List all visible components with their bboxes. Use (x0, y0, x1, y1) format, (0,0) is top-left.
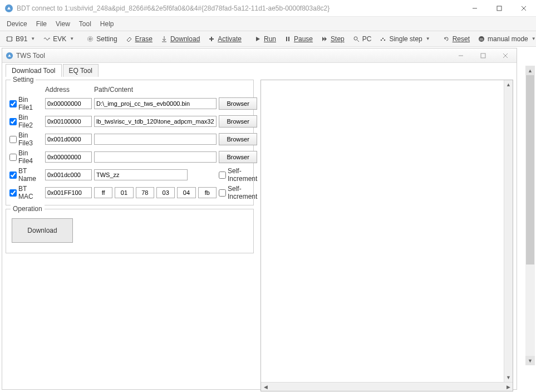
main-title: BDT connect to 1:usb#vid_248a&pid_8266#6… (17, 4, 463, 12)
chip-icon (6, 35, 13, 43)
binfile1-browser[interactable]: Browser (219, 97, 257, 110)
maximize-button[interactable] (487, 0, 512, 17)
binfile4-path[interactable] (94, 151, 217, 163)
chevron-down-icon: ▼ (532, 36, 536, 41)
sub-titlebar: TWS Tool (2, 48, 517, 63)
menu-tool[interactable]: Tool (75, 18, 96, 30)
binfile4-addr[interactable] (45, 151, 92, 163)
tabs: Download Tool EQ Tool (2, 63, 517, 76)
binfile3-addr[interactable] (45, 134, 92, 145)
play-icon (254, 35, 262, 43)
download-action-button[interactable]: Download (12, 218, 73, 243)
erase-button[interactable]: Erase (122, 34, 156, 44)
setting-button[interactable]: Setting (83, 34, 120, 44)
menu-file[interactable]: File (32, 18, 51, 30)
log-vscrollbar[interactable]: ▲ ▼ (504, 80, 513, 382)
pause-icon (284, 35, 292, 43)
scroll-down-icon[interactable]: ▼ (504, 373, 513, 382)
binfile4-browser[interactable]: Browser (219, 151, 257, 163)
manual-mode-button[interactable]: mmanual mode▼ (474, 34, 536, 44)
main-titlebar: BDT connect to 1:usb#vid_248a&pid_8266#6… (0, 0, 536, 17)
sub-app-icon (6, 52, 13, 60)
scroll-left-icon[interactable]: ◀ (261, 383, 270, 391)
operation-legend: Operation (11, 205, 45, 213)
scroll-down-icon[interactable]: ▼ (525, 356, 535, 365)
svg-point-21 (382, 37, 383, 38)
minimize-button[interactable] (463, 0, 487, 17)
pause-button[interactable]: Pause (281, 34, 316, 44)
btname-selfinc-check[interactable] (219, 171, 226, 179)
btmac-m4[interactable] (177, 187, 195, 198)
log-hscrollbar[interactable]: ◀ ▶ (261, 382, 513, 391)
pc-button[interactable]: PC (349, 34, 375, 44)
download-button[interactable]: Download (157, 34, 203, 44)
step-button[interactable]: Step (317, 34, 348, 44)
tab-download-tool[interactable]: Download Tool (6, 64, 62, 77)
svg-rect-17 (288, 37, 289, 41)
step-icon (321, 35, 328, 43)
svg-point-11 (88, 36, 93, 41)
sub-minimize-button[interactable] (450, 48, 472, 63)
scroll-up-icon[interactable]: ▲ (504, 80, 513, 89)
gear-icon (86, 35, 94, 43)
btmac-m5[interactable] (198, 187, 217, 198)
btmac-m1[interactable] (115, 187, 133, 198)
app-icon (4, 4, 13, 13)
menu-view[interactable]: View (51, 18, 75, 30)
svg-rect-2 (497, 6, 501, 11)
btmac-check[interactable] (9, 189, 17, 197)
binfile1-addr[interactable] (45, 98, 92, 109)
sub-title: TWS Tool (16, 52, 450, 60)
btmac-m3[interactable] (156, 187, 175, 198)
binfile3-path[interactable] (94, 134, 217, 145)
download-icon (160, 35, 168, 43)
binfile2-browser[interactable]: Browser (219, 115, 257, 128)
log-pane: ▲ ▼ ◀ ▶ (260, 80, 513, 391)
reset-icon (442, 35, 450, 43)
menu-device[interactable]: Device (2, 18, 32, 30)
outer-vscrollbar[interactable]: ▲ ▼ (525, 66, 535, 365)
tws-tool-window: TWS Tool Download Tool EQ Tool Setting A… (2, 48, 517, 390)
sub-close-button[interactable] (494, 48, 517, 63)
sub-maximize-button[interactable] (472, 48, 494, 63)
svg-rect-16 (286, 37, 287, 41)
close-button[interactable] (512, 0, 536, 17)
svg-rect-5 (7, 37, 12, 41)
btmac-m0[interactable] (94, 187, 112, 198)
btname-check[interactable] (9, 171, 17, 179)
reset-button[interactable]: Reset (439, 34, 473, 44)
binfile3-check[interactable] (9, 136, 17, 143)
svg-point-20 (381, 39, 382, 40)
menu-bar: Device File View Tool Help (0, 17, 536, 31)
menu-help[interactable]: Help (96, 18, 119, 30)
scroll-thumb[interactable] (526, 75, 534, 264)
run-button[interactable]: Run (250, 34, 279, 44)
btname-value[interactable] (94, 169, 188, 180)
btmac-selfinc-check[interactable] (219, 189, 226, 197)
plus-icon (208, 35, 215, 43)
chip-selector[interactable]: B91▼ (2, 34, 38, 44)
toolbar: B91▼ EVK▼ Setting Erase Download Activat… (0, 31, 536, 47)
binfile2-addr[interactable] (45, 116, 92, 127)
binfile2-check[interactable] (9, 118, 17, 125)
binfile3-browser[interactable]: Browser (219, 133, 257, 145)
board-selector[interactable]: EVK▼ (40, 34, 77, 44)
tab-eq-tool[interactable]: EQ Tool (63, 64, 99, 77)
singlestep-button[interactable]: Single step▼ (376, 34, 433, 44)
wave-icon (43, 35, 51, 43)
svg-point-22 (384, 39, 385, 40)
binfile1-path[interactable] (94, 98, 217, 109)
binfile4-check[interactable] (9, 154, 17, 161)
hdr-path: Path/Content (94, 86, 217, 94)
btmac-addr[interactable] (45, 187, 92, 198)
scroll-up-icon[interactable]: ▲ (525, 66, 535, 75)
btmac-m2[interactable] (136, 187, 154, 198)
svg-line-19 (357, 40, 359, 42)
footsteps-icon (379, 35, 387, 43)
binfile2-path[interactable] (94, 116, 217, 127)
activate-button[interactable]: Activate (204, 34, 245, 44)
binfile1-check[interactable] (9, 100, 17, 107)
scroll-right-icon[interactable]: ▶ (504, 383, 513, 391)
btname-addr[interactable] (45, 169, 92, 180)
chevron-down-icon: ▼ (31, 36, 35, 41)
